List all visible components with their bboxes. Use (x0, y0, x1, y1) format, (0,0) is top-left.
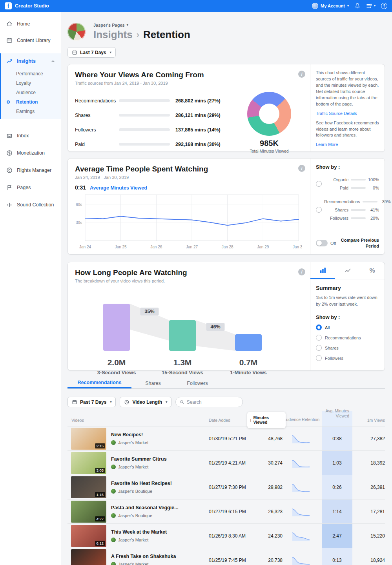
video-length-filter-button[interactable]: Video Length ▾ (120, 397, 171, 407)
sidebar-item-rights-manager[interactable]: Rights Manager (0, 162, 61, 179)
tab-followers[interactable]: Followers (175, 378, 220, 388)
video-thumbnail[interactable]: 3:05 (71, 452, 106, 474)
info-icon[interactable]: i (298, 268, 305, 275)
duration-badge: 2:15 (95, 443, 106, 448)
sidebar-item-pages[interactable]: Pages (0, 179, 61, 196)
radio-shares[interactable] (316, 345, 322, 351)
sidebar-item-insights[interactable]: Insights (1, 53, 61, 69)
showby-group-sources: Recommendations 39% Shares 41% Followers (316, 197, 379, 222)
column-minutes-viewed-label: Minutes Viewed (253, 415, 284, 425)
mini-track (351, 209, 366, 211)
source-tabs: Recommendations Shares Followers (67, 378, 385, 389)
facebook-logo-icon[interactable]: f (5, 2, 12, 9)
content-library-icon (6, 37, 13, 44)
table-header: Videos Date Added Audience Retention Avg… (67, 411, 385, 426)
column-videos[interactable]: Videos (67, 418, 209, 426)
sidebar-item-home[interactable]: Home (0, 16, 61, 32)
table-row[interactable]: 3:05 Favorite Summer Citrus Jasper's Mar… (67, 450, 385, 475)
tab-percent[interactable]: % (360, 262, 385, 279)
video-title[interactable]: New Recipes! (111, 432, 148, 437)
table-row[interactable]: 2:15 New Recipes! Jasper's Market 01/30/… (67, 426, 385, 450)
mini-track (363, 201, 377, 202)
tab-shares[interactable]: Shares (131, 378, 175, 388)
sidebar-item-audience[interactable]: Audience (1, 88, 61, 97)
table-row[interactable]: 1:15 Favorite No Heat Recipes! Jasper's … (67, 475, 385, 499)
minutes-viewed: 26,323 (256, 509, 283, 514)
progress-track (119, 99, 170, 102)
info-icon[interactable]: i (298, 71, 305, 78)
video-title[interactable]: Favorite Summer Citrus (111, 456, 167, 462)
tab-line-chart[interactable] (335, 262, 360, 279)
video-title[interactable]: Favorite No Heat Recipes! (111, 481, 172, 486)
option-recommendations[interactable]: Recommendations (316, 335, 379, 341)
radio-organic-paid[interactable] (316, 181, 322, 187)
sidebar-item-inbox[interactable]: Inbox (0, 127, 61, 144)
column-1m-views[interactable]: 1m Views (352, 418, 385, 426)
flag-icon (6, 184, 13, 191)
radio-all[interactable] (316, 324, 322, 330)
tools-menu[interactable]: ▾ (366, 3, 376, 9)
column-audience-retention[interactable]: Audience Retention (283, 417, 322, 426)
option-all[interactable]: All (316, 324, 379, 330)
tab-bar-chart[interactable] (310, 262, 335, 279)
pages-selector[interactable]: Jasper's Pages ▾ (93, 23, 190, 27)
sub-item-label: Loyalty (16, 80, 31, 86)
date-added: 01/27/19 6:15 PM (209, 509, 256, 514)
option-followers[interactable]: Followers (316, 355, 379, 361)
video-thumbnail[interactable]: 2:15 (71, 428, 106, 450)
sidebar-item-loyalty[interactable]: Loyalty (1, 78, 61, 88)
svg-text:Jan 27: Jan 27 (186, 245, 198, 249)
page-badge-icon (111, 513, 116, 518)
view-duration-card: How Long People Are Watching The breakdo… (67, 262, 385, 371)
video-thumbnail[interactable]: 4:27 (71, 501, 106, 523)
traffic-source-details-link[interactable]: Traffic Source Details (316, 111, 379, 117)
retention-sparkline (283, 482, 322, 492)
sidebar-item-performance[interactable]: Performance (1, 69, 61, 78)
table-date-filter-button[interactable]: Past 7 Days ▾ (67, 397, 116, 407)
sidebar-item-sound-collection[interactable]: Sound Collection (0, 196, 61, 213)
video-title[interactable]: A Fresh Take on Shakshuka (111, 554, 176, 559)
column-minutes-viewed-sorted[interactable]: ↓ Minutes Viewed (247, 412, 286, 428)
card-title: Average Time People Spent Watching (75, 165, 303, 173)
showby-pct: 39% (380, 199, 391, 204)
avg-minutes-link[interactable]: Average Minutes Viewed (90, 185, 147, 191)
sound-collection-icon (6, 202, 13, 208)
radio-recommendations[interactable] (316, 335, 322, 341)
page-badge-icon (111, 465, 116, 469)
funnel-chart: 35% 46% 2.0M 3-Second Views 1.3M 15-Seco… (75, 286, 303, 377)
table-row[interactable]: A Fresh Take on Shakshuka Jasper's Marke… (67, 548, 385, 565)
video-thumbnail[interactable]: 6:12 (71, 525, 106, 547)
rights-manager-icon (6, 167, 13, 173)
video-thumbnail[interactable]: 1:15 (71, 476, 106, 498)
compare-toggle[interactable] (316, 240, 328, 246)
video-title[interactable]: Pasta and Seasonal Veggie... (111, 505, 179, 510)
notifications-button[interactable] (354, 3, 361, 9)
breadcrumb-insights[interactable]: Insights (93, 29, 133, 41)
sidebar-item-earnings[interactable]: Earnings (1, 107, 61, 116)
sidebar-item-retention[interactable]: Retention (1, 97, 61, 107)
help-button[interactable]: ? (381, 3, 387, 9)
funnel-value-1: 2.0M (89, 358, 144, 367)
learn-more-link[interactable]: Learn More (316, 142, 379, 148)
tab-recommendations[interactable]: Recommendations (67, 378, 131, 388)
date-range-button[interactable]: Last 7 Days ▾ (67, 47, 116, 58)
sidebar-item-monetization[interactable]: Monetization (0, 144, 61, 162)
video-thumbnail[interactable] (71, 549, 106, 565)
table-row[interactable]: 6:12 This Week at the Market Jasper's Ma… (67, 523, 385, 548)
radio-followers[interactable] (316, 355, 322, 361)
sidebar-item-label: Content Library (17, 38, 50, 43)
sidebar-item-content-library[interactable]: Content Library (0, 32, 61, 49)
option-shares[interactable]: Shares (316, 345, 379, 351)
table-row[interactable]: 4:27 Pasta and Seasonal Veggie... Jasper… (67, 499, 385, 523)
page-title: Retention (143, 29, 190, 41)
duration-badge: 4:27 (95, 516, 106, 521)
my-account-menu[interactable]: My Account ▾ (312, 3, 349, 9)
search-input[interactable] (187, 399, 239, 405)
radio-sources[interactable] (316, 207, 322, 213)
column-avg-minutes[interactable]: Avg. Minutes Viewed (322, 411, 352, 426)
svg-text:60s: 60s (76, 202, 82, 207)
video-title[interactable]: This Week at the Market (111, 529, 167, 535)
account-avatar (312, 3, 318, 9)
info-icon[interactable]: i (298, 165, 305, 172)
chevron-down-icon: ▾ (127, 24, 128, 27)
